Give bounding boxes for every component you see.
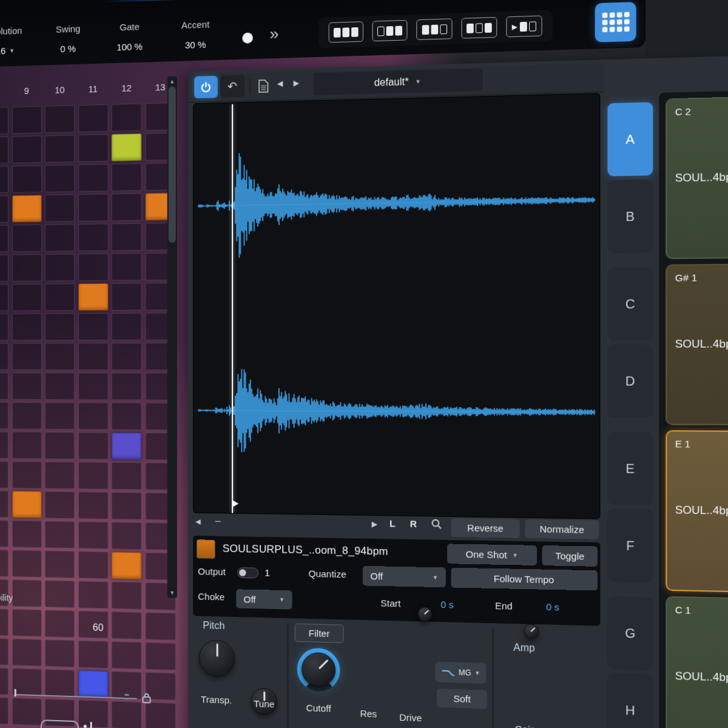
pattern-variation-button-2[interactable] — [372, 20, 408, 42]
left-channel-label[interactable]: L — [389, 518, 396, 529]
zoom-icon[interactable] — [430, 518, 442, 533]
step-cell[interactable] — [45, 224, 75, 251]
step-cell[interactable] — [78, 194, 109, 221]
end-knob[interactable] — [524, 624, 539, 639]
step-cell[interactable] — [45, 372, 75, 400]
sample-pad[interactable]: C 2SOUL..4bpm — [666, 96, 728, 259]
pad-letter-tab[interactable]: A — [607, 102, 653, 176]
step-cell[interactable] — [0, 696, 8, 724]
sample-pad[interactable]: C 1SOUL..4bpm — [666, 596, 728, 728]
step-cell[interactable] — [0, 166, 8, 193]
step-cell[interactable] — [45, 550, 75, 578]
step-cell[interactable] — [112, 582, 142, 610]
normalize-button[interactable]: Normalize — [525, 519, 599, 539]
step-cell[interactable] — [0, 136, 8, 164]
step-cell[interactable] — [112, 462, 142, 490]
step-cell[interactable] — [0, 195, 8, 223]
next-preset-icon[interactable]: ▶ — [294, 78, 300, 87]
step-cell[interactable] — [0, 372, 8, 400]
step-cell[interactable] — [78, 283, 109, 311]
step-cell[interactable] — [45, 105, 75, 133]
step-cell[interactable] — [45, 491, 75, 519]
step-cell[interactable] — [0, 520, 8, 547]
step-cell[interactable] — [112, 103, 142, 131]
undo-button[interactable]: ↶ — [220, 75, 245, 98]
step-cell[interactable] — [112, 163, 142, 191]
pad-letter-tab[interactable]: C — [607, 267, 653, 340]
pad-color-swatch[interactable] — [197, 539, 215, 559]
step-cell[interactable] — [78, 402, 109, 430]
pattern-variation-button-3[interactable] — [417, 18, 453, 40]
chevrons-icon[interactable]: » — [270, 25, 279, 42]
pad-letter-tab[interactable]: B — [607, 180, 653, 254]
step-cell[interactable] — [112, 701, 142, 728]
step-cell[interactable] — [0, 107, 8, 135]
preset-dropdown[interactable]: default* ▼ — [314, 69, 483, 95]
scrollbar-thumb[interactable] — [169, 86, 176, 243]
step-cell[interactable] — [12, 343, 41, 370]
resolution-dropdown[interactable]: 1/16 ▼ — [0, 45, 15, 56]
step-cell[interactable] — [0, 225, 8, 252]
step-cell[interactable] — [0, 461, 8, 488]
step-cell[interactable] — [45, 283, 75, 311]
step-cell[interactable] — [0, 254, 8, 281]
pad-letter-tab[interactable]: H — [607, 673, 653, 728]
lock-icon[interactable] — [142, 692, 152, 706]
step-cell[interactable] — [112, 492, 142, 520]
step-cell[interactable] — [12, 461, 41, 488]
step-cell[interactable] — [78, 164, 109, 192]
step-cell[interactable] — [112, 343, 142, 370]
step-cell[interactable] — [112, 641, 142, 670]
step-cell[interactable] — [112, 283, 142, 310]
output-toggle[interactable] — [237, 567, 258, 578]
step-cell[interactable] — [45, 254, 75, 281]
step-cell[interactable] — [12, 224, 41, 252]
play-sample-icon[interactable]: ▶ — [372, 519, 378, 528]
scroll-down-icon[interactable]: ▼ — [167, 590, 177, 596]
step-cell[interactable] — [45, 462, 75, 489]
pad-letter-tab[interactable]: F — [607, 509, 653, 583]
pad-letter-tab[interactable]: G — [607, 596, 653, 670]
soft-button[interactable]: Soft — [437, 689, 487, 709]
filter-mode-dropdown[interactable]: MG ▼ — [436, 662, 486, 684]
step-cell[interactable] — [12, 195, 41, 222]
end-value[interactable]: 0 s — [546, 601, 559, 613]
step-cell[interactable] — [12, 521, 41, 548]
step-cell[interactable] — [78, 372, 109, 400]
step-cell[interactable] — [78, 254, 109, 281]
step-cell[interactable] — [12, 314, 41, 341]
pad-letter-tab[interactable]: E — [607, 432, 653, 505]
step-cell[interactable] — [0, 431, 8, 459]
step-cell[interactable] — [78, 581, 109, 608]
step-cell[interactable] — [78, 521, 109, 549]
power-button[interactable] — [194, 76, 218, 98]
step-cell[interactable] — [78, 313, 109, 340]
output-value[interactable]: 1 — [265, 567, 270, 578]
start-value[interactable]: 0 s — [440, 599, 453, 610]
pattern-advance-button[interactable]: ▶ — [506, 15, 542, 37]
step-cell[interactable] — [0, 314, 8, 341]
slider-handle[interactable] — [15, 689, 16, 696]
step-cell[interactable] — [145, 612, 175, 641]
step-cell[interactable] — [12, 491, 41, 518]
step-cell[interactable] — [0, 343, 8, 371]
probability-value[interactable]: 60 — [85, 622, 112, 634]
step-cell[interactable] — [12, 372, 41, 400]
gate-value[interactable]: 100 % — [108, 41, 152, 53]
step-cell[interactable] — [112, 313, 142, 340]
step-cell[interactable] — [12, 402, 41, 430]
step-cell[interactable] — [0, 549, 8, 577]
step-cell[interactable] — [112, 522, 142, 550]
right-channel-label[interactable]: R — [410, 518, 417, 529]
step-cell[interactable] — [78, 343, 109, 370]
reverse-button[interactable]: Reverse — [451, 518, 519, 538]
step-cell[interactable] — [78, 104, 109, 132]
pattern-variation-button-1[interactable] — [329, 21, 364, 42]
step-cell[interactable] — [78, 432, 109, 459]
transport-button[interactable] — [41, 720, 79, 728]
step-cell[interactable] — [45, 521, 75, 549]
step-cell[interactable] — [78, 224, 109, 252]
step-cell[interactable] — [78, 462, 109, 490]
step-cell[interactable] — [78, 670, 109, 698]
step-cell[interactable] — [12, 136, 41, 164]
